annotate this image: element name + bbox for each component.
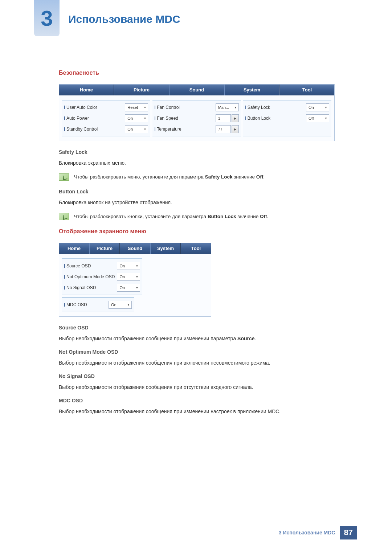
label: Not Optimum Mode OSD — [64, 274, 115, 279]
col3: Safety Lock On▼ Button Lock Off▼ — [243, 100, 331, 136]
note-text: Чтобы разблокировать меню, установите дл… — [74, 173, 265, 181]
chevron-down-icon: ▼ — [135, 275, 138, 279]
nosignal-osd-heading: No Signal OSD — [59, 373, 335, 379]
tabbar2: Home Picture Sound System Tool — [59, 243, 211, 254]
label: Auto Power — [64, 116, 123, 121]
safety-lock-heading: Safety Lock — [59, 149, 335, 155]
col-left: Source OSD On▼ Not Optimum Mode OSD On▼ … — [62, 258, 142, 295]
spinner-temperature[interactable]: 77 ▶ — [216, 125, 239, 133]
chevron-down-icon: ▼ — [324, 117, 327, 120]
arrow-right-icon[interactable]: ▶ — [232, 114, 239, 122]
source-osd-heading: Source OSD — [59, 325, 335, 331]
dropdown-autopower[interactable]: On▼ — [125, 114, 148, 122]
tab-home[interactable]: Home — [59, 243, 89, 254]
osd-panel: Home Picture Sound System Tool Source OS… — [59, 243, 211, 317]
safety-lock-body: Блокировка экранных меню. — [59, 159, 335, 167]
dropdown-standby[interactable]: On▼ — [125, 125, 148, 133]
row-source-osd: Source OSD On▼ — [64, 260, 140, 271]
chevron-down-icon: ▼ — [143, 128, 146, 131]
label: Safety Lock — [245, 105, 304, 110]
button-lock-body: Блокировка кнопок на устройстве отображе… — [59, 199, 335, 206]
tab-tool[interactable]: Tool — [279, 85, 334, 95]
row-safety-lock: Safety Lock On▼ — [245, 102, 329, 113]
chevron-down-icon: ▼ — [324, 106, 327, 109]
content: Безопасность Home Picture Sound System T… — [59, 70, 335, 422]
arrow-right-icon[interactable]: ▶ — [232, 125, 239, 133]
section-osd-title: Отображение экранного меню — [59, 228, 335, 235]
label: User Auto Color — [64, 105, 123, 110]
dropdown-safetylock[interactable]: On▼ — [306, 103, 329, 111]
mdc-osd-body: Выбор необходимости отображения сообщени… — [59, 408, 335, 415]
label: Fan Speed — [155, 116, 213, 121]
chevron-down-icon: ▼ — [234, 106, 237, 109]
dropdown-nosignal-osd[interactable]: On▼ — [117, 284, 140, 292]
spinner-fanspeed[interactable]: 1 ▶ — [216, 114, 239, 122]
notopt-osd-body: Выбор необходимости отображения сообщени… — [59, 359, 335, 367]
label: No Signal OSD — [64, 285, 115, 290]
col2: Fan Control Man...▼ Fan Speed 1 ▶ Temper… — [152, 100, 241, 136]
label: Temperature — [155, 127, 213, 132]
footer-text: 3 Использование MDC — [279, 530, 335, 535]
button-lock-heading: Button Lock — [59, 189, 335, 194]
row-temperature: Temperature 77 ▶ — [155, 124, 238, 135]
dropdown-notopt-osd[interactable]: On▼ — [117, 273, 140, 281]
footer: 3 Использование MDC 87 — [279, 526, 357, 539]
dropdown-source-osd[interactable]: On▼ — [117, 262, 140, 270]
chevron-down-icon: ▼ — [143, 117, 146, 120]
tab-sound[interactable]: Sound — [169, 85, 224, 95]
panel-body: Source OSD On▼ Not Optimum Mode OSD On▼ … — [59, 254, 211, 316]
row-mdc-osd: MDC OSD On▼ — [64, 299, 132, 310]
chevron-down-icon: ▼ — [143, 106, 146, 109]
row-fan-speed: Fan Speed 1 ▶ — [155, 113, 238, 124]
row-user-auto-color: User Auto Color Reset▼ — [64, 102, 148, 113]
label: Source OSD — [64, 263, 115, 268]
nosignal-osd-body: Выбор необходимости отображения сообщени… — [59, 383, 335, 391]
chapter-title: Использование MDC — [68, 13, 180, 25]
chevron-down-icon: ▼ — [127, 303, 130, 307]
dropdown-fancontrol[interactable]: Man...▼ — [216, 103, 239, 111]
row-auto-power: Auto Power On▼ — [64, 113, 148, 124]
note-text: Чтобы разблокировать кнопки, установите … — [74, 213, 268, 220]
tab-system[interactable]: System — [224, 85, 279, 95]
label: Fan Control — [155, 105, 213, 110]
tab-tool[interactable]: Tool — [181, 243, 211, 254]
chevron-down-icon: ▼ — [135, 286, 138, 290]
row-fan-control: Fan Control Man...▼ — [155, 102, 238, 113]
security-panel: Home Picture Sound System Tool User Auto… — [59, 84, 335, 141]
col-right: MDC OSD On▼ — [62, 297, 134, 312]
tab-sound[interactable]: Sound — [120, 243, 150, 254]
label: Button Lock — [245, 116, 304, 121]
dropdown-buttonlock[interactable]: Off▼ — [306, 114, 329, 122]
notopt-osd-heading: Not Optimum Mode OSD — [59, 349, 335, 355]
page-number: 87 — [340, 526, 357, 539]
source-osd-body: Выбор необходимости отображения сообщени… — [59, 335, 335, 342]
row-standby-control: Standby Control On▼ — [64, 124, 148, 135]
chapter-number: 3 — [41, 6, 53, 31]
chevron-down-icon: ▼ — [135, 264, 138, 268]
col1: User Auto Color Reset▼ Auto Power On▼ St… — [62, 100, 150, 136]
tab-picture[interactable]: Picture — [89, 243, 120, 254]
label: MDC OSD — [64, 302, 106, 307]
tabbar: Home Picture Sound System Tool — [59, 85, 334, 95]
section-security-title: Безопасность — [59, 70, 335, 76]
note-button-lock: Чтобы разблокировать кнопки, установите … — [59, 213, 335, 220]
note-safety-lock: Чтобы разблокировать меню, установите дл… — [59, 173, 335, 181]
tab-home[interactable]: Home — [59, 85, 114, 95]
row-button-lock: Button Lock Off▼ — [245, 113, 329, 124]
row-nosignal-osd: No Signal OSD On▼ — [64, 282, 140, 293]
dropdown-mdc-osd[interactable]: On▼ — [109, 301, 132, 309]
chapter-badge: 3 — [34, 0, 60, 36]
note-icon — [59, 173, 69, 181]
tab-system[interactable]: System — [150, 243, 181, 254]
tab-picture[interactable]: Picture — [114, 85, 169, 95]
row-notopt-osd: Not Optimum Mode OSD On▼ — [64, 271, 140, 282]
mdc-osd-heading: MDC OSD — [59, 398, 335, 403]
label: Standby Control — [64, 127, 123, 132]
note-icon — [59, 213, 69, 220]
panel-body: User Auto Color Reset▼ Auto Power On▼ St… — [59, 95, 334, 141]
dropdown-reset[interactable]: Reset▼ — [125, 103, 148, 111]
